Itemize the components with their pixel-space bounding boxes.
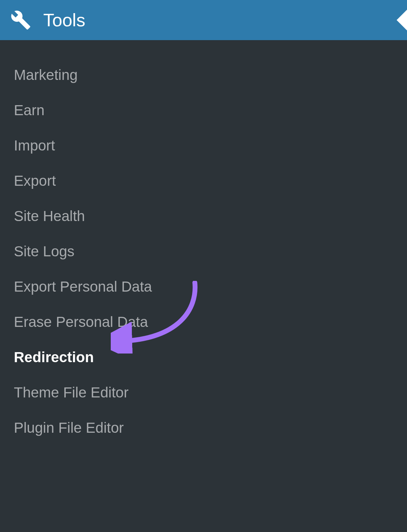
tools-header[interactable]: Tools — [0, 0, 407, 40]
wrench-icon — [10, 10, 31, 30]
tools-submenu: Marketing Earn Import Export Site Health… — [0, 40, 407, 446]
submenu-item-erase-personal-data[interactable]: Erase Personal Data — [14, 304, 407, 340]
submenu-item-theme-file-editor[interactable]: Theme File Editor — [14, 375, 407, 410]
submenu-item-plugin-file-editor[interactable]: Plugin File Editor — [14, 410, 407, 446]
header-title: Tools — [43, 10, 85, 30]
submenu-item-export[interactable]: Export — [14, 163, 407, 199]
submenu-item-site-health[interactable]: Site Health — [14, 199, 407, 234]
active-menu-notch — [397, 10, 407, 30]
submenu-item-site-logs[interactable]: Site Logs — [14, 234, 407, 269]
submenu-item-import[interactable]: Import — [14, 128, 407, 163]
submenu-item-earn[interactable]: Earn — [14, 93, 407, 128]
submenu-item-redirection[interactable]: Redirection — [14, 340, 407, 375]
submenu-item-export-personal-data[interactable]: Export Personal Data — [14, 269, 407, 304]
submenu-item-marketing[interactable]: Marketing — [14, 57, 407, 93]
